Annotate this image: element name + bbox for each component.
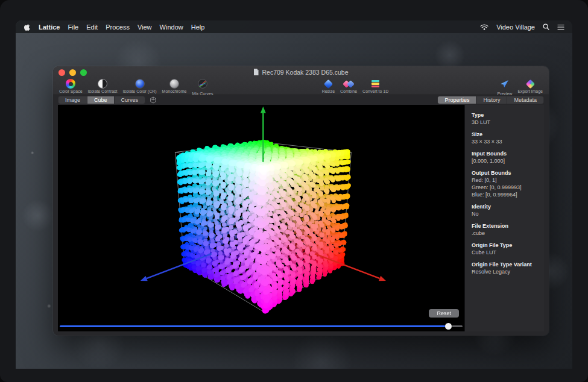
toolbar-label: Monochrome — [162, 89, 187, 93]
tab-metadata[interactable]: Metadata — [507, 96, 543, 104]
toolbar-color-space[interactable]: Color Space — [59, 79, 83, 96]
wifi-icon[interactable] — [480, 24, 488, 30]
property-label: Identity — [472, 203, 539, 210]
spotlight-search-icon[interactable] — [543, 23, 549, 30]
tab-history[interactable]: History — [476, 96, 507, 104]
menu-item-window[interactable]: Window — [160, 23, 183, 31]
inspector-tabs: Properties History Metadata — [437, 96, 544, 104]
property-value: No — [472, 210, 539, 218]
close-button[interactable] — [58, 69, 65, 76]
property-value: 3D LUT — [472, 119, 539, 126]
property-group-file-extension: File Extension .cube — [472, 222, 539, 237]
toolbar-convert-1d[interactable]: Convert to 1D — [362, 79, 388, 93]
lattice-window: Rec709 Kodak 2383 D65.cube Color Space I… — [53, 66, 549, 336]
resize-icon — [324, 79, 334, 89]
toolbar-label: Combine — [340, 89, 357, 93]
window-title: Rec709 Kodak 2383 D65.cube — [253, 69, 348, 77]
combine-icon — [344, 79, 353, 89]
viewport-column: Reset — [58, 105, 464, 331]
properties-panel: Type 3D LUT Size 33 × 33 × 33 Input Boun… — [464, 105, 544, 331]
property-label: File Extension — [472, 222, 539, 230]
property-group-output-bounds: Output Bounds Red: [0, 1] Green: [0, 0.9… — [472, 169, 539, 198]
zoom-button[interactable] — [80, 69, 87, 76]
toolbar-group-output: Preview Export Image — [497, 79, 543, 96]
property-label: Output Bounds — [472, 169, 539, 177]
menu-item-file[interactable]: File — [68, 23, 78, 31]
menu-item-help[interactable]: Help — [191, 23, 205, 31]
slider-knob[interactable] — [445, 323, 452, 330]
property-value: Green: [0, 0.999993] — [472, 184, 539, 191]
mix-curves-icon — [198, 79, 207, 91]
document-icon — [253, 69, 259, 77]
tab-properties[interactable]: Properties — [438, 96, 476, 104]
toolbar-isolate-color[interactable]: Isolate Color (CR) — [123, 79, 157, 96]
slider-fill — [60, 325, 449, 327]
preview-icon — [500, 79, 510, 91]
property-value: Blue: [0, 0.999964] — [472, 191, 539, 198]
property-group-size: Size 33 × 33 × 33 — [472, 131, 539, 145]
toolbar-group-adjust: Color Space Isolate Contrast Isolate Col… — [59, 79, 213, 96]
toolbar-label: Resize — [322, 89, 335, 93]
tab-cube[interactable]: Cube — [87, 96, 115, 104]
slider-row — [58, 321, 464, 331]
monochrome-icon — [169, 79, 179, 89]
window-chrome: Rec709 Kodak 2383 D65.cube Color Space I… — [53, 66, 549, 95]
property-label: Origin File Type Variant — [472, 261, 539, 268]
display-options-button[interactable] — [150, 96, 157, 104]
blend-slider[interactable] — [60, 321, 463, 331]
toolbar-label: Isolate Color (CR) — [123, 89, 157, 93]
property-group-input-bounds: Input Bounds [0.000, 1.000] — [472, 150, 539, 164]
toolbar-label: Isolate Contrast — [88, 89, 118, 93]
traffic-lights — [58, 69, 87, 76]
isolate-contrast-icon — [98, 79, 107, 89]
property-group-origin-file-type-variant: Origin File Type Variant Resolve Legacy — [472, 261, 539, 275]
tab-row: Image Cube Curves Properties History Met… — [53, 95, 549, 105]
window-title-text: Rec709 Kodak 2383 D65.cube — [262, 69, 348, 76]
toolbar-mix-curves[interactable]: Mix Curves — [192, 79, 213, 96]
property-group-identity: Identity No — [472, 203, 539, 218]
convert-to-1d-icon — [371, 79, 379, 89]
toolbar-resize[interactable]: Resize — [322, 79, 335, 93]
lut-cube-canvas[interactable] — [58, 105, 464, 321]
toolbar-isolate-contrast[interactable]: Isolate Contrast — [88, 79, 118, 96]
toolbar-export-image[interactable]: Export Image — [517, 79, 543, 96]
property-group-origin-file-type: Origin File Type Cube LUT — [472, 242, 539, 256]
toolbar-group-transform: Resize Combine Convert to 1D — [322, 79, 389, 93]
cube-viewport: Reset — [58, 105, 464, 321]
property-value: Resolve Legacy — [472, 268, 539, 275]
menu-item-process[interactable]: Process — [106, 23, 130, 31]
toolbar-preview[interactable]: Preview — [497, 79, 512, 96]
toolbar-label: Convert to 1D — [362, 89, 388, 93]
minimize-button[interactable] — [69, 69, 76, 76]
menu-status-text[interactable]: Video Village — [496, 23, 535, 31]
property-label: Input Bounds — [472, 150, 539, 157]
property-value: .cube — [472, 230, 539, 237]
isolate-color-icon — [135, 79, 145, 89]
toolbar-label: Export Image — [517, 89, 543, 93]
menu-item-lattice[interactable]: Lattice — [39, 23, 60, 31]
device-frame: Lattice File Edit Process View Window He… — [0, 0, 588, 382]
property-group-type: Type 3D LUT — [472, 111, 539, 126]
tab-curves[interactable]: Curves — [115, 96, 145, 104]
toolbar-combine[interactable]: Combine — [340, 79, 357, 93]
toolbar-monochrome[interactable]: Monochrome — [162, 79, 187, 96]
tab-image[interactable]: Image — [58, 96, 87, 104]
property-label: Size — [472, 131, 539, 138]
menu-item-view[interactable]: View — [138, 23, 152, 31]
reset-view-button[interactable]: Reset — [429, 309, 459, 318]
toolbar: Color Space Isolate Contrast Isolate Col… — [53, 78, 549, 95]
menu-list-icon[interactable] — [557, 24, 564, 30]
property-label: Type — [472, 111, 539, 119]
property-value: [0.000, 1.000] — [472, 157, 539, 164]
menu-item-edit[interactable]: Edit — [86, 23, 98, 31]
view-mode-tabs: Image Cube Curves — [58, 96, 145, 104]
property-value: Cube LUT — [472, 249, 539, 256]
apple-menu-icon[interactable] — [24, 23, 31, 31]
main-content: Reset Type 3D LUT — [58, 105, 544, 331]
slider-remainder — [452, 325, 463, 327]
property-value: Red: [0, 1] — [472, 177, 539, 184]
property-value: 33 × 33 × 33 — [472, 138, 539, 145]
title-bar: Rec709 Kodak 2383 D65.cube — [53, 66, 549, 78]
property-label: Origin File Type — [472, 242, 539, 249]
toolbar-label: Color Space — [59, 89, 83, 93]
